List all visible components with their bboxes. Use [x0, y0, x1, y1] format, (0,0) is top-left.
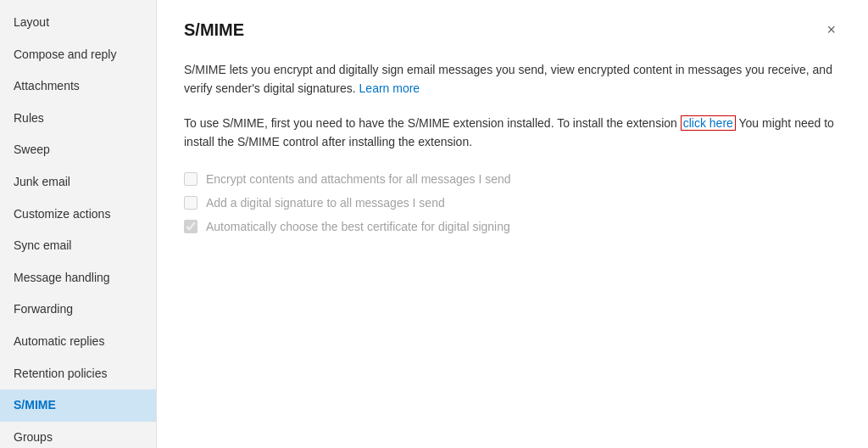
close-button[interactable]: × — [821, 20, 841, 39]
page-title: S/MIME — [184, 20, 244, 40]
sidebar-item-smime[interactable]: S/MIME — [0, 389, 156, 422]
checkbox-item-auto-cert[interactable]: Automatically choose the best certificat… — [184, 220, 841, 233]
main-panel: S/MIME × S/MIME lets you encrypt and dig… — [157, 0, 868, 448]
checkbox-encrypt-all[interactable] — [184, 172, 198, 186]
sidebar-item-attachments[interactable]: Attachments — [0, 70, 156, 103]
sidebar-item-junk-email[interactable]: Junk email — [0, 166, 156, 199]
sidebar-item-rules[interactable]: Rules — [0, 103, 156, 135]
sidebar-item-layout[interactable]: Layout — [0, 7, 156, 39]
sidebar-item-sync-email[interactable]: Sync email — [0, 230, 156, 262]
description-text: S/MIME lets you encrypt and digitally si… — [184, 63, 832, 95]
sidebar-item-forwarding[interactable]: Forwarding — [0, 294, 156, 326]
checkbox-item-digital-sig[interactable]: Add a digital signature to all messages … — [184, 196, 841, 210]
checkbox-digital-sig[interactable] — [184, 196, 198, 210]
main-header: S/MIME × — [184, 20, 841, 40]
sidebar-item-groups[interactable]: Groups — [0, 422, 156, 448]
sidebar-item-automatic-replies[interactable]: Automatic replies — [0, 326, 156, 358]
description-block: S/MIME lets you encrypt and digitally si… — [184, 60, 841, 98]
install-block: To use S/MIME, first you need to have th… — [184, 114, 841, 152]
checkbox-auto-cert[interactable] — [184, 220, 198, 233]
install-text-before: To use S/MIME, first you need to have th… — [184, 116, 677, 130]
checkbox-label-auto-cert: Automatically choose the best certificat… — [206, 220, 510, 233]
learn-more-link[interactable]: Learn more — [359, 81, 420, 95]
sidebar-item-customize-actions[interactable]: Customize actions — [0, 199, 156, 231]
checkbox-section: Encrypt contents and attachments for all… — [184, 172, 841, 233]
click-here-link[interactable]: click here — [681, 115, 736, 131]
sidebar-item-compose-and-reply[interactable]: Compose and reply — [0, 39, 156, 71]
checkbox-label-encrypt-all: Encrypt contents and attachments for all… — [206, 172, 511, 186]
checkbox-item-encrypt-all[interactable]: Encrypt contents and attachments for all… — [184, 172, 841, 186]
sidebar: LayoutCompose and replyAttachmentsRulesS… — [0, 0, 157, 448]
sidebar-item-sweep[interactable]: Sweep — [0, 134, 156, 166]
sidebar-item-retention-policies[interactable]: Retention policies — [0, 358, 156, 390]
sidebar-item-message-handling[interactable]: Message handling — [0, 262, 156, 294]
checkbox-label-digital-sig: Add a digital signature to all messages … — [206, 196, 445, 210]
